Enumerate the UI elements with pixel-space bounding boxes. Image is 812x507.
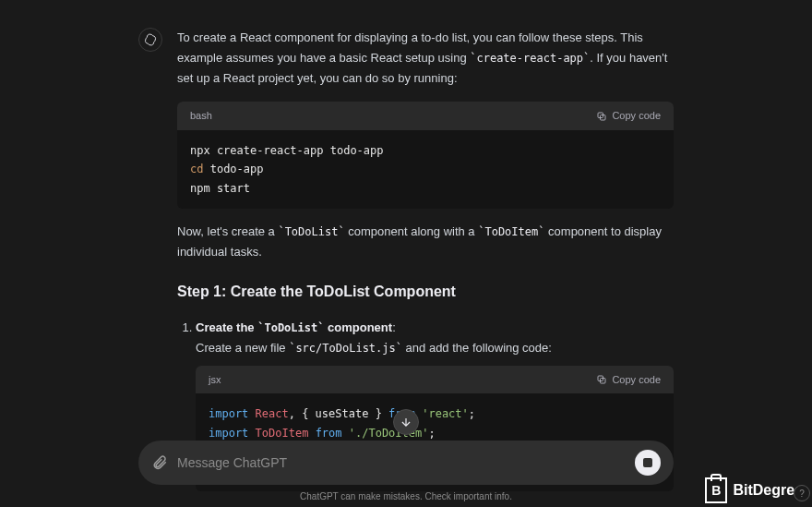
code-kw: from — [316, 427, 342, 440]
code-text: ; — [428, 427, 435, 440]
code-keyword: cd — [190, 163, 203, 175]
code-string: 'react' — [415, 407, 469, 420]
code-text — [308, 427, 315, 440]
copy-label: Copy code — [612, 107, 661, 125]
code-lang-label: bash — [190, 107, 212, 125]
inline-code: `ToDoList` — [278, 225, 344, 238]
step-heading: Step 1: Create the ToDoList Component — [177, 279, 674, 304]
copy-icon — [596, 374, 607, 385]
sub-text: Create a new file — [196, 341, 289, 355]
intro-paragraph: To create a React component for displayi… — [177, 28, 674, 89]
inline-code: `ToDoItem` — [478, 225, 544, 238]
code-block-bash: bash Copy code npx create-react-app todo… — [177, 102, 674, 209]
stop-icon — [643, 458, 652, 467]
code-text: npx create-react-app todo-app — [190, 144, 384, 157]
paragraph-2: Now, let's create a `ToDoList` component… — [177, 222, 674, 262]
para-text: component along with a — [345, 224, 479, 238]
message-content: To create a React component for displayi… — [177, 28, 674, 504]
code-id: ToDoItem — [248, 427, 308, 440]
assistant-avatar — [138, 28, 162, 52]
arrow-down-icon — [400, 416, 412, 429]
copy-icon — [596, 111, 607, 122]
openai-logo-icon — [144, 33, 157, 46]
code-header: bash Copy code — [177, 102, 674, 130]
code-text: todo-app — [203, 163, 263, 175]
code-text: ; — [469, 407, 475, 420]
inline-code: `create-react-app` — [470, 52, 590, 65]
brand-logo-icon: B — [705, 477, 727, 503]
attach-button[interactable] — [151, 454, 168, 471]
inline-code: `src/ToDoList.js` — [289, 342, 402, 355]
code-text: , { useState } — [289, 407, 388, 420]
inline-code: `ToDoList` — [257, 321, 324, 334]
colon: : — [392, 320, 396, 334]
bold-text: Create the — [196, 320, 257, 334]
para-text: Now, let's create a — [177, 224, 278, 238]
code-header: jsx Copy code — [196, 366, 674, 394]
list-item: Create the `ToDoList` component: Create … — [196, 318, 674, 358]
disclaimer-text: ChatGPT can make mistakes. Check importa… — [0, 491, 812, 501]
list-item-sub: Create a new file `src/ToDoList.js` and … — [196, 338, 674, 358]
copy-code-button[interactable]: Copy code — [596, 371, 661, 389]
code-id: React — [248, 407, 288, 420]
copy-label: Copy code — [612, 371, 661, 389]
code-kw: import — [209, 407, 248, 420]
code-kw: import — [209, 427, 248, 440]
chat-input-bar — [138, 441, 674, 485]
brand-text: BitDegree — [733, 482, 803, 499]
chat-input[interactable] — [177, 455, 626, 470]
code-body[interactable]: npx create-react-app todo-app cd todo-ap… — [177, 130, 674, 209]
sub-text: and add the following code: — [402, 341, 552, 355]
code-text: npm start — [190, 182, 250, 195]
code-lang-label: jsx — [209, 371, 221, 389]
brand-watermark: B BitDegree — [705, 477, 803, 503]
stop-button[interactable] — [635, 450, 661, 476]
ordered-list: Create the `ToDoList` component: Create … — [177, 318, 674, 358]
list-item-bold: Create the `ToDoList` component — [196, 320, 392, 334]
copy-code-button[interactable]: Copy code — [596, 107, 661, 125]
paperclip-icon — [151, 454, 168, 471]
scroll-down-button[interactable] — [393, 409, 419, 435]
bold-text: component — [324, 320, 392, 334]
help-button[interactable]: ? — [794, 485, 810, 501]
